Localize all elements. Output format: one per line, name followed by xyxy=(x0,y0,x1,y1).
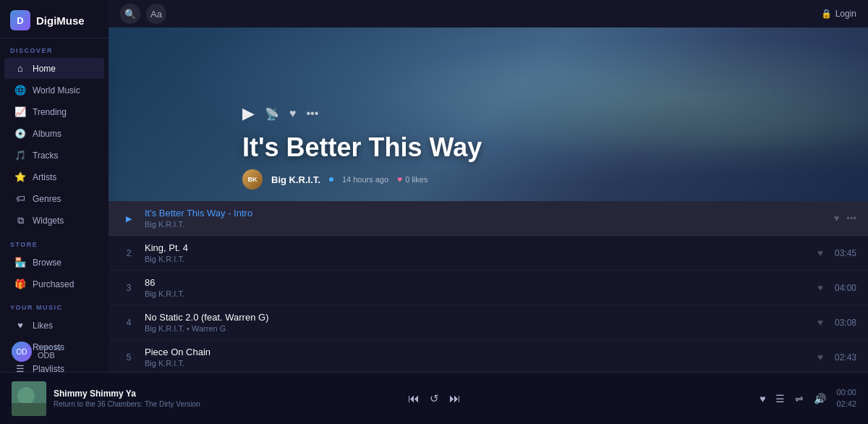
track-heart-button[interactable]: ♥ xyxy=(834,213,840,224)
track-duration: 02:43 xyxy=(830,352,856,362)
more-button[interactable]: ••• xyxy=(307,107,319,120)
track-row[interactable]: 5Piece On ChainBig K.R.I.T.♥02:43 xyxy=(109,340,868,375)
heart-icon: ♥ xyxy=(397,174,402,185)
track-info: 86Big K.R.I.T. xyxy=(145,277,817,298)
track-info: King, Pt. 4Big K.R.I.T. xyxy=(145,242,817,263)
track-right-controls: ♥03:08 xyxy=(817,317,856,328)
sidebar-item-label-tracks: Tracks xyxy=(33,150,59,161)
track-right-controls: ♥03:45 xyxy=(817,247,856,258)
user-avatar-sidebar[interactable]: OD Soon by ODB xyxy=(6,336,67,368)
np-volume-button[interactable]: 🔊 xyxy=(814,393,826,404)
now-playing-bar: Shimmy Shimmy Ya Return to the 36 Chambe… xyxy=(0,372,868,424)
purchased-icon: 🎁 xyxy=(14,279,26,289)
track-name: 86 xyxy=(145,277,817,288)
track-artists: Big K.R.I.T. xyxy=(145,289,817,298)
like-button[interactable]: ♥ xyxy=(289,107,297,120)
now-playing-info: Shimmy Shimmy Ya Return to the 36 Chambe… xyxy=(54,389,200,408)
avatar: OD xyxy=(12,342,32,362)
replay-button[interactable]: ↺ xyxy=(430,392,439,405)
now-playing-title: Shimmy Shimmy Ya xyxy=(54,389,200,399)
translate-button[interactable]: Aa xyxy=(146,4,166,24)
app-logo: D DigiMuse xyxy=(0,0,109,38)
likes-count: ♥ 0 likes xyxy=(397,174,427,185)
play-button[interactable]: ▶ xyxy=(242,104,255,123)
sidebar-item-label-widgets: Widgets xyxy=(33,216,64,226)
track-duration: 04:00 xyxy=(830,283,856,293)
main-content: 🔍 Aa 🔒 Login xyxy=(109,0,868,424)
browse-icon: 🏪 xyxy=(14,257,26,268)
sidebar-item-world-music[interactable]: 🌐World Music xyxy=(4,80,104,101)
hero-actions: ▶ 📡 ♥ ••• xyxy=(242,104,854,123)
sidebar-item-label-purchased: Purchased xyxy=(33,279,74,289)
playback-controls: ⏮ ↺ ⏭ xyxy=(408,392,461,405)
track-heart-button[interactable]: ♥ xyxy=(817,247,823,258)
track-row[interactable]: 4No Static 2.0 (feat. Warren G)Big K.R.I… xyxy=(109,305,868,340)
artist-name: Big K.R.I.T. xyxy=(271,174,320,185)
lock-icon: 🔒 xyxy=(821,9,832,19)
player-right-controls: ♥ ☰ ⇌ 🔊 00:00 02:42 xyxy=(760,387,856,410)
track-number: 2 xyxy=(120,248,137,258)
artist-avatar: BK xyxy=(242,169,263,190)
sidebar-item-widgets[interactable]: ⧉Widgets xyxy=(4,210,104,232)
playback-time: 00:00 02:42 xyxy=(836,387,856,410)
sidebar-item-tracks[interactable]: 🎵Tracks xyxy=(4,145,104,166)
sidebar-item-genres[interactable]: 🏷Genres xyxy=(4,188,104,209)
track-right-controls: ♥04:00 xyxy=(817,282,856,293)
home-icon: ⌂ xyxy=(14,63,26,74)
track-heart-button[interactable]: ♥ xyxy=(817,282,823,293)
sidebar-item-label-trending: Trending xyxy=(33,107,67,117)
track-name: King, Pt. 4 xyxy=(145,242,817,253)
login-button[interactable]: 🔒 Login xyxy=(821,9,856,19)
albums-icon: 💿 xyxy=(14,128,26,139)
sidebar: D DigiMuse DISCOVER⌂Home🌐World Music📈Tre… xyxy=(0,0,109,424)
track-heart-button[interactable]: ♥ xyxy=(817,317,823,328)
track-name: Piece On Chain xyxy=(145,347,817,357)
sidebar-item-browse[interactable]: 🏪Browse xyxy=(4,252,104,273)
np-heart-button[interactable]: ♥ xyxy=(760,393,765,404)
track-row[interactable]: ▶It's Better This Way - IntroBig K.R.I.T… xyxy=(109,201,868,236)
sidebar-item-albums[interactable]: 💿Albums xyxy=(4,123,104,144)
track-artists: Big K.R.I.T. xyxy=(145,220,834,229)
sidebar-item-likes[interactable]: ♥Likes xyxy=(4,315,104,336)
hero-content: ▶ 📡 ♥ ••• It's Better This Way BK Big K.… xyxy=(242,55,854,201)
sidebar-item-label-genres: Genres xyxy=(33,194,61,204)
sidebar-section-label-discover: DISCOVER xyxy=(0,38,109,57)
track-row[interactable]: 2King, Pt. 4Big K.R.I.T.♥03:45 xyxy=(109,236,868,271)
sidebar-item-trending[interactable]: 📈Trending xyxy=(4,101,104,122)
sidebar-item-label-world-music: World Music xyxy=(33,85,80,96)
sidebar-item-label-albums: Albums xyxy=(33,129,61,139)
sidebar-item-home[interactable]: ⌂Home xyxy=(4,58,104,79)
track-row[interactable]: 386Big K.R.I.T.♥04:00 xyxy=(109,271,868,305)
album-meta: BK Big K.R.I.T. 14 hours ago ♥ 0 likes xyxy=(242,169,854,190)
sidebar-item-artists[interactable]: ⭐Artists xyxy=(4,166,104,187)
header-right: 🔒 Login xyxy=(821,9,856,19)
album-title: It's Better This Way xyxy=(242,133,854,162)
sidebar-item-purchased[interactable]: 🎁Purchased xyxy=(4,274,104,294)
track-number: 3 xyxy=(120,283,137,293)
search-button[interactable]: 🔍 xyxy=(120,4,140,24)
track-artists: Big K.R.I.T. • Warren G xyxy=(145,324,817,333)
track-right-controls: ♥••• xyxy=(834,213,856,224)
track-heart-button[interactable]: ♥ xyxy=(817,352,823,362)
album-hero: EXPLICIT 1 ▶ 📡 ♥ ••• It's Better This Wa… xyxy=(109,27,868,201)
sidebar-item-label-likes: Likes xyxy=(33,321,53,331)
now-playing-subtitle: Return to the 36 Chambers: The Dirty Ver… xyxy=(54,400,200,408)
track-duration: 03:08 xyxy=(830,318,856,328)
track-more-button[interactable]: ••• xyxy=(846,213,856,224)
next-button[interactable]: ⏭ xyxy=(449,392,461,405)
track-info: No Static 2.0 (feat. Warren G)Big K.R.I.… xyxy=(145,312,817,333)
track-right-controls: ♥02:43 xyxy=(817,352,856,362)
posted-time: 14 hours ago xyxy=(342,175,388,184)
prev-button[interactable]: ⏮ xyxy=(408,392,420,405)
sidebar-item-label-artists: Artists xyxy=(33,172,56,182)
track-number: 5 xyxy=(120,352,137,362)
np-queue-button[interactable]: ☰ xyxy=(775,393,785,404)
svg-point-12 xyxy=(17,387,35,404)
broadcast-button[interactable]: 📡 xyxy=(265,107,279,121)
sidebar-item-label-browse: Browse xyxy=(33,258,61,268)
np-shuffle-button[interactable]: ⇌ xyxy=(795,393,804,404)
header-bar: 🔍 Aa 🔒 Login xyxy=(109,0,868,27)
header-left: 🔍 Aa xyxy=(120,4,166,24)
now-playing-thumbnail xyxy=(12,381,46,416)
app-name: DigiMuse xyxy=(36,14,85,27)
